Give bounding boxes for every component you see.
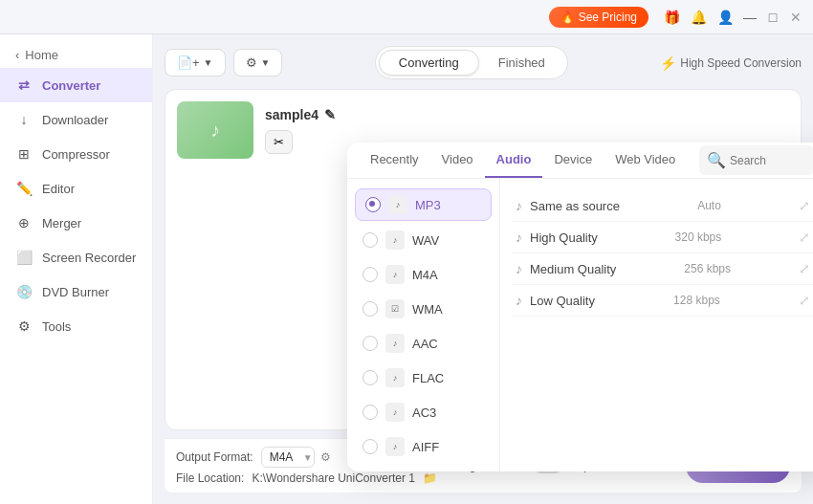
bell-icon[interactable]: 🔔 [687,6,710,29]
back-icon: ‹ [15,48,19,62]
format-tab-web-video[interactable]: Web Video [604,142,687,178]
mp3-icon: ♪ [388,195,407,214]
user-icon[interactable]: 👤 [714,6,736,29]
music-icon-3: ♪ [516,261,522,276]
format-item-wav[interactable]: ♪ WAV [347,223,499,257]
sidebar-item-downloader[interactable]: ↓ Downloader [0,102,152,137]
edit-icon[interactable]: ✎ [324,107,336,122]
folder-icon[interactable]: ⚙ [320,450,331,464]
file-name: sample4 ✎ [265,107,789,122]
music-icon-1: ♪ [516,198,522,213]
edit-icon-2[interactable]: ⤢ [799,230,810,245]
converter-icon: ⇄ [15,77,33,94]
speed-conversion[interactable]: ⚡ High Speed Conversion [660,55,802,71]
settings-button[interactable]: ⚙ ▼ [233,49,283,77]
sidebar: ‹ Home ⇄ Converter ↓ Downloader ⊞ Compre… [0,34,153,504]
format-option-low-quality[interactable]: ♪ Low Quality 128 kbps ⤢ [512,285,813,317]
music-note-icon: ♪ [210,120,220,142]
format-option-high-quality[interactable]: ♪ High Quality 320 kbps ⤢ [512,222,813,253]
add-icon: 📄+ [177,55,200,70]
ac3-icon: ♪ [385,403,405,422]
radio-wav [363,232,378,248]
option-left-4: ♪ Low Quality [516,293,595,308]
format-tab-recently[interactable]: Recently [359,142,430,178]
radio-wma [363,301,378,317]
music-icon-2: ♪ [516,230,522,245]
file-location-row: File Location: K:\Wondershare UniConvert… [176,471,437,485]
sidebar-item-editor[interactable]: ✏️ Editor [0,171,152,206]
format-option-same-as-source[interactable]: ♪ Same as source Auto ⤢ [512,190,813,222]
toolbar: 📄+ ▼ ⚙ ▼ Converting Finished ⚡ High Spee… [165,46,802,79]
gear-icon: ⚙ [246,55,257,70]
gift-icon[interactable]: 🎁 [660,6,683,29]
fire-icon: 🔥 [560,11,575,24]
minimize-button[interactable]: — [740,8,759,27]
dvd-icon: 💿 [15,283,33,300]
search-input[interactable] [730,154,806,167]
sidebar-item-screen-recorder[interactable]: ⬜ Screen Recorder [0,240,152,274]
sidebar-item-dvd-burner[interactable]: 💿 DVD Burner [0,274,152,309]
tab-converting[interactable]: Converting [379,50,479,76]
format-list: ♪ MP3 ♪ WAV ♪ M4A [347,179,500,471]
format-item-wma[interactable]: ☑ WMA [347,292,499,326]
format-item-mp3[interactable]: ♪ MP3 [355,188,492,221]
content-area: 📄+ ▼ ⚙ ▼ Converting Finished ⚡ High Spee… [153,34,813,504]
main-layout: ‹ Home ⇄ Converter ↓ Downloader ⊞ Compre… [0,34,813,504]
lightning-icon: ⚡ [660,55,676,71]
editor-icon: ✏️ [15,180,33,197]
sidebar-item-converter[interactable]: ⇄ Converter [0,68,152,102]
format-item-ac3[interactable]: ♪ AC3 [347,395,499,429]
format-tabs: Recently Video Audio Device Web Video 🔍 [347,142,813,179]
edit-icon-3[interactable]: ⤢ [799,261,810,276]
screen-recorder-icon: ⬜ [15,249,33,266]
format-body: ♪ MP3 ♪ WAV ♪ M4A [347,179,813,471]
option-left-2: ♪ High Quality [516,230,598,245]
search-icon: 🔍 [707,151,726,169]
format-tab-video[interactable]: Video [430,142,485,178]
close-button[interactable]: ✕ [786,8,805,27]
tab-group: Converting Finished [375,46,568,79]
format-tab-device[interactable]: Device [542,142,604,178]
open-folder-icon[interactable]: 📁 [423,471,437,485]
format-option-medium-quality[interactable]: ♪ Medium Quality 256 kbps ⤢ [512,253,813,285]
downloader-icon: ↓ [15,111,33,128]
format-item-m4a[interactable]: ♪ M4A [347,257,499,292]
scissor-button[interactable]: ✂ [265,130,293,154]
radio-aac [363,336,378,351]
toolbar-left: 📄+ ▼ ⚙ ▼ [165,49,282,77]
tools-icon: ⚙ [15,318,33,335]
output-format-wrapper: M4A MP3 WAV ▼ [261,447,313,468]
format-item-aac[interactable]: ♪ AAC [347,326,499,361]
sidebar-item-compressor[interactable]: ⊞ Compressor [0,137,152,171]
file-thumbnail: ♪ [177,101,253,159]
radio-mp3 [365,197,381,212]
aac-icon: ♪ [385,334,405,353]
sidebar-item-merger[interactable]: ⊕ Merger [0,206,152,240]
chevron-icon: ▼ [261,57,271,68]
add-files-button[interactable]: 📄+ ▼ [165,49,226,77]
file-area: ♪ sample4 ✎ ✂ Convert Recently Vid [165,89,802,430]
edit-icon-4[interactable]: ⤢ [799,293,810,308]
pricing-button[interactable]: 🔥 See Pricing [549,7,648,28]
format-item-aiff[interactable]: ♪ AIFF [347,429,499,464]
option-left: ♪ Same as source [516,198,620,213]
option-left-3: ♪ Medium Quality [516,261,616,276]
output-format-select[interactable]: M4A MP3 WAV [261,447,315,468]
flac-icon: ♪ [385,368,405,387]
wma-icon: ☑ [385,299,405,318]
radio-flac [363,370,378,385]
edit-icon-1[interactable]: ⤢ [799,198,810,213]
format-tab-audio[interactable]: Audio [485,142,543,178]
radio-m4a [363,267,378,282]
format-options: ♪ Same as source Auto ⤢ ♪ High Quality [500,179,813,471]
music-icon-4: ♪ [516,293,522,308]
aiff-icon: ♪ [385,437,405,456]
format-item-flac[interactable]: ♪ FLAC [347,361,499,395]
format-search[interactable]: 🔍 [699,145,813,175]
maximize-button[interactable]: □ [763,8,782,27]
sidebar-back[interactable]: ‹ Home [0,42,152,68]
tab-finished[interactable]: Finished [479,50,564,76]
compressor-icon: ⊞ [15,145,33,163]
sidebar-item-tools[interactable]: ⚙ Tools [0,309,152,343]
wav-icon: ♪ [385,230,405,250]
